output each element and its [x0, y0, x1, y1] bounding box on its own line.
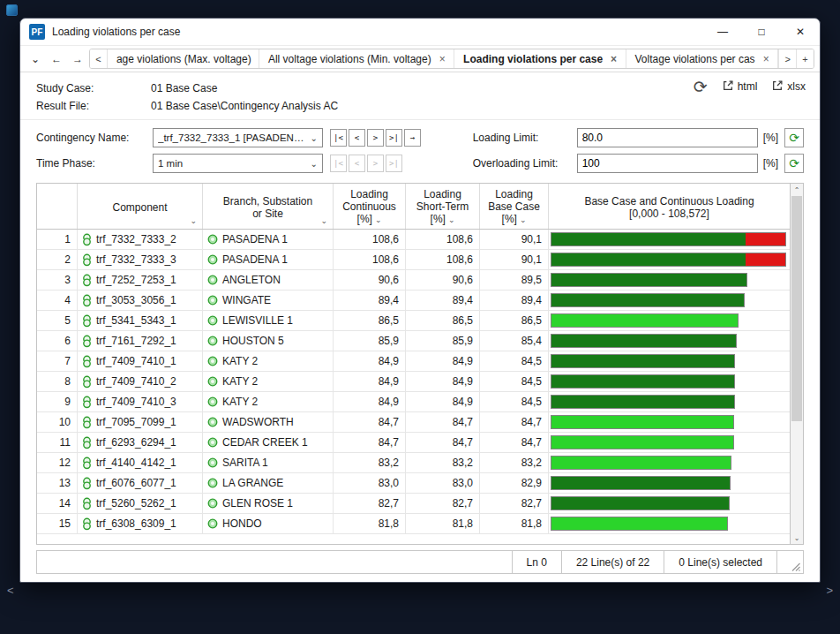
component-cell[interactable]: trf_3053_3056_1 — [78, 291, 203, 310]
apply-overloading-limit-button[interactable]: ⟳ — [784, 154, 804, 173]
close-button[interactable]: ✕ — [781, 19, 820, 45]
tab-loading-violations[interactable]: Loading violations per case × — [454, 49, 626, 68]
contingency-next-button[interactable]: > — [367, 129, 384, 147]
header-loading-short-term[interactable]: Loading Short-Term [%]⌄ — [406, 184, 480, 229]
table-row[interactable]: 14 trf_5260_5262_1 GLEN ROSE 1 82,7 82,7… — [37, 494, 790, 514]
back-button[interactable]: ← — [47, 49, 66, 69]
new-tab-button[interactable]: + — [796, 49, 814, 68]
tab-min-voltage-violations[interactable]: All voltage violations (Min. voltage) × — [259, 49, 454, 68]
close-tab-icon[interactable]: × — [439, 53, 446, 65]
outer-scroll-right-arrow[interactable]: > — [826, 585, 833, 597]
site-cell[interactable]: ANGLETON — [203, 270, 334, 290]
component-cell[interactable]: trf_7332_7333_3 — [78, 250, 203, 269]
resize-grip[interactable] — [776, 551, 803, 573]
component-cell[interactable]: trf_7409_7410_3 — [78, 392, 203, 411]
table-row[interactable]: 1 trf_7332_7333_2 PASADENA 1 108,6 108,6… — [37, 230, 790, 250]
loading-limit-input[interactable] — [577, 128, 758, 147]
header-component[interactable]: Component ⌄ — [78, 184, 203, 229]
tab-scroll-left-button[interactable]: < — [90, 49, 108, 68]
export-html-button[interactable]: html — [722, 79, 758, 94]
site-cell[interactable]: KATY 2 — [203, 351, 334, 371]
tab-max-voltage-violations[interactable]: age violations (Max. voltage) × — [108, 49, 259, 68]
refresh-report-button[interactable]: ⟳ — [694, 78, 708, 95]
site-cell[interactable]: WADSWORTH — [203, 412, 334, 432]
site-cell[interactable]: PASADENA 1 — [203, 250, 334, 269]
table-row[interactable]: 7 trf_7409_7410_1 KATY 2 84,9 84,9 84,5 — [37, 351, 790, 372]
outer-scroll-left-arrow[interactable]: < — [7, 585, 14, 597]
minimize-button[interactable]: — — [703, 19, 742, 45]
table-row[interactable]: 15 trf_6308_6309_1 HONDO 81,8 81,8 81,8 — [37, 514, 790, 534]
site-cell[interactable]: PASADENA 1 — [203, 230, 334, 249]
close-tab-icon[interactable]: × — [611, 53, 617, 65]
contingency-goto-button[interactable]: → — [404, 129, 421, 147]
time-phase-prev-button[interactable]: < — [349, 155, 365, 172]
time-phase-last-button[interactable]: >| — [386, 155, 402, 172]
filter-chevron-icon[interactable]: ⌄ — [320, 215, 327, 227]
header-loading-base-case[interactable]: Loading Base Case [%]⌄ — [480, 184, 549, 229]
export-xlsx-button[interactable]: xlsx — [771, 79, 806, 94]
site-cell[interactable]: CEDAR CREEK 1 — [203, 433, 334, 452]
time-phase-next-button[interactable]: > — [367, 155, 384, 172]
component-cell[interactable]: trf_7095_7099_1 — [78, 412, 203, 432]
table-row[interactable]: 3 trf_7252_7253_1 ANGLETON 90,6 90,6 89,… — [37, 270, 790, 291]
tab-scroll-right-button[interactable]: > — [778, 49, 796, 68]
site-cell[interactable]: SARITA 1 — [203, 453, 334, 472]
table-row[interactable]: 6 trf_7161_7292_1 HOUSTON 5 85,9 85,9 85… — [37, 331, 790, 351]
time-phase-dropdown[interactable]: 1 min ⌄ — [153, 154, 323, 173]
overloading-limit-input[interactable] — [577, 154, 758, 173]
site-cell[interactable]: GLEN ROSE 1 — [203, 494, 334, 513]
table-row[interactable]: 10 trf_7095_7099_1 WADSWORTH 84,7 84,7 8… — [37, 412, 790, 433]
table-vertical-scrollbar[interactable]: ⌃ ⌄ — [790, 184, 803, 544]
filter-chevron-icon[interactable]: ⌄ — [190, 215, 197, 227]
transformer-icon — [82, 497, 92, 510]
site-cell[interactable]: KATY 2 — [203, 372, 334, 391]
component-cell[interactable]: trf_6293_6294_1 — [78, 433, 203, 452]
site-cell[interactable]: WINGATE — [203, 291, 334, 310]
site-cell[interactable]: LEWISVILLE 1 — [203, 311, 334, 330]
table-row[interactable]: 5 trf_5341_5343_1 LEWISVILLE 1 86,5 86,5… — [37, 311, 790, 331]
table-row[interactable]: 11 trf_6293_6294_1 CEDAR CREEK 1 84,7 84… — [37, 433, 790, 453]
component-cell[interactable]: trf_7409_7410_1 — [78, 351, 203, 371]
tab-list-dropdown-button[interactable]: ⌄ — [26, 49, 45, 69]
table-row[interactable]: 12 trf_4140_4142_1 SARITA 1 83,2 83,2 83… — [37, 453, 790, 473]
table-row[interactable]: 13 trf_6076_6077_1 LA GRANGE 83,0 83,0 8… — [37, 473, 790, 494]
time-phase-first-button[interactable]: |< — [330, 155, 347, 172]
component-cell[interactable]: trf_5341_5343_1 — [78, 311, 203, 330]
scrollbar-track[interactable] — [791, 196, 803, 532]
app-window-icon[interactable] — [6, 4, 18, 16]
scrollbar-thumb[interactable] — [791, 196, 802, 421]
component-cell[interactable]: trf_6076_6077_1 — [78, 473, 203, 493]
table-row[interactable]: 8 trf_7409_7410_2 KATY 2 84,9 84,9 84,5 — [37, 372, 790, 392]
substation-icon — [207, 437, 218, 448]
header-loading-continuous[interactable]: Loading Continuous [%]⌄ — [334, 184, 406, 229]
component-cell[interactable]: trf_7409_7410_2 — [78, 372, 203, 391]
contingency-first-button[interactable]: |< — [330, 129, 347, 147]
apply-loading-limit-button[interactable]: ⟳ — [784, 128, 804, 147]
close-tab-icon[interactable]: × — [763, 53, 769, 65]
table-row[interactable]: 9 trf_7409_7410_3 KATY 2 84,9 84,9 84,5 — [37, 392, 790, 412]
component-cell[interactable]: trf_7332_7333_2 — [78, 230, 203, 249]
contingency-prev-button[interactable]: < — [349, 129, 365, 147]
maximize-button[interactable]: □ — [742, 19, 781, 45]
component-cell[interactable]: trf_5260_5262_1 — [78, 494, 203, 513]
scroll-down-icon[interactable]: ⌄ — [791, 532, 803, 544]
table-row[interactable]: 2 trf_7332_7333_3 PASADENA 1 108,6 108,6… — [37, 250, 790, 270]
percent-unit-label: [%] — [763, 157, 778, 170]
component-cell[interactable]: trf_7161_7292_1 — [78, 331, 203, 351]
loading-bar-segment — [746, 253, 785, 266]
contingency-name-dropdown[interactable]: _trf_7332_7333_1 [PASADENA 1] ⌄ — [153, 128, 323, 147]
forward-button[interactable]: → — [68, 49, 87, 69]
component-cell[interactable]: trf_6308_6309_1 — [78, 514, 203, 533]
site-cell[interactable]: LA GRANGE — [203, 473, 334, 493]
site-cell[interactable]: KATY 2 — [203, 392, 334, 411]
scroll-up-icon[interactable]: ⌃ — [791, 184, 803, 196]
tab-voltage-violations-per-case[interactable]: Voltage violations per cas × — [626, 49, 779, 68]
component-cell[interactable]: trf_7252_7253_1 — [78, 270, 203, 290]
site-cell[interactable]: HONDO — [203, 514, 334, 533]
site-cell[interactable]: HOUSTON 5 — [203, 331, 334, 351]
header-branch-substation[interactable]: Branch, Substation or Site ⌄ — [203, 184, 334, 229]
contingency-last-button[interactable]: >| — [386, 129, 402, 147]
contingency-name-label: Contingency Name: — [36, 132, 153, 144]
component-cell[interactable]: trf_4140_4142_1 — [78, 453, 203, 472]
table-row[interactable]: 4 trf_3053_3056_1 WINGATE 89,4 89,4 89,4 — [37, 291, 790, 311]
